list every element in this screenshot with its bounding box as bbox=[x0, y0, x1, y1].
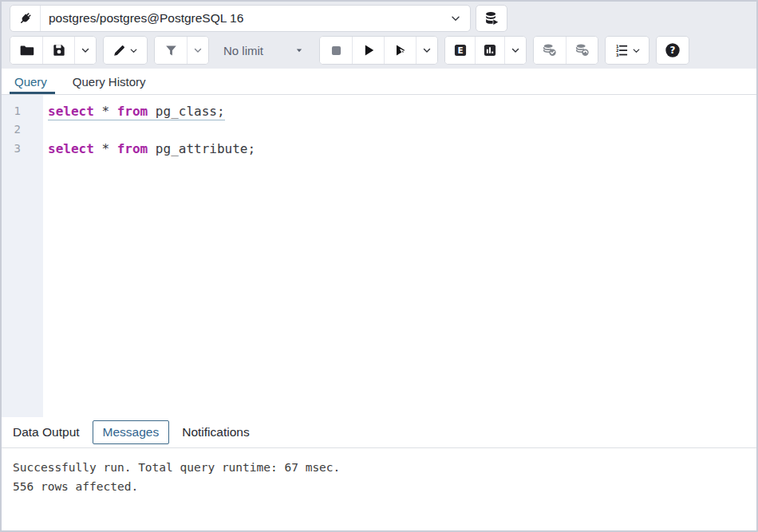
play-cursor-icon bbox=[393, 42, 409, 58]
tab-query-label: Query bbox=[14, 75, 47, 89]
svg-text:?: ? bbox=[670, 45, 676, 56]
connection-combo: postgres/postgres@PostgreSQL 16 bbox=[10, 5, 471, 32]
row-limit-value: No limit bbox=[223, 44, 294, 57]
bar-chart-icon bbox=[482, 42, 498, 58]
explain-e-icon: E bbox=[452, 42, 468, 58]
chevron-down-icon bbox=[449, 12, 462, 25]
help-group: ? bbox=[656, 36, 689, 65]
plug-icon bbox=[17, 10, 34, 27]
chevron-down-icon bbox=[510, 45, 521, 56]
commit-button[interactable] bbox=[534, 37, 566, 64]
editor-gutter: 123 bbox=[2, 95, 43, 417]
open-file-button[interactable] bbox=[10, 37, 42, 64]
edit-group bbox=[103, 36, 148, 65]
save-button[interactable] bbox=[42, 37, 74, 64]
explain-options-button[interactable] bbox=[504, 37, 526, 64]
tab-data-output[interactable]: Data Output bbox=[13, 425, 80, 439]
filter-button[interactable] bbox=[155, 37, 187, 64]
stop-square-icon bbox=[329, 43, 344, 58]
folder-icon bbox=[18, 42, 35, 59]
file-group bbox=[10, 36, 97, 65]
line-number: 2 bbox=[2, 120, 21, 139]
play-icon bbox=[361, 42, 377, 58]
database-undo-icon bbox=[574, 41, 591, 59]
macros-button[interactable]: 1 2 3 bbox=[606, 37, 649, 64]
sql-editor[interactable]: 123 select * from pg_class;select * from… bbox=[2, 95, 756, 417]
line-number: 3 bbox=[2, 140, 21, 158]
tab-query-history-label: Query History bbox=[73, 75, 146, 89]
tab-query[interactable]: Query bbox=[13, 69, 49, 94]
funnel-icon bbox=[164, 43, 179, 58]
chevron-down-icon bbox=[80, 45, 91, 56]
toolbar: No limit bbox=[2, 35, 756, 69]
execute-button[interactable] bbox=[352, 37, 384, 64]
row-limit-select[interactable]: No limit bbox=[215, 36, 313, 65]
explain-button[interactable]: E bbox=[445, 37, 475, 64]
messages-panel: Successfully run. Total query runtime: 6… bbox=[2, 448, 756, 530]
svg-text:E: E bbox=[457, 45, 463, 55]
editor-code[interactable]: select * from pg_class;select * from pg_… bbox=[43, 95, 756, 417]
tab-messages-label: Messages bbox=[103, 425, 160, 439]
line-number: 1 bbox=[2, 102, 21, 120]
rollback-button[interactable] bbox=[566, 37, 598, 64]
chevron-down-icon bbox=[421, 45, 432, 56]
tab-notifications[interactable]: Notifications bbox=[182, 425, 249, 439]
query-tool-window: postgres/postgres@PostgreSQL 16 bbox=[0, 0, 758, 532]
connection-selector-value: postgres/postgres@PostgreSQL 16 bbox=[49, 11, 449, 26]
execute-options-button[interactable] bbox=[416, 37, 437, 64]
numbered-list-icon: 1 2 3 bbox=[614, 42, 630, 58]
tab-notifications-label: Notifications bbox=[182, 425, 249, 439]
query-tab-bar: Query Query History bbox=[2, 69, 756, 95]
database-check-icon bbox=[541, 41, 559, 59]
new-connection-button[interactable] bbox=[476, 5, 507, 32]
tab-data-output-label: Data Output bbox=[13, 425, 80, 439]
stop-button[interactable] bbox=[320, 37, 352, 64]
connection-selector[interactable]: postgres/postgres@PostgreSQL 16 bbox=[41, 6, 470, 31]
explain-group: E bbox=[444, 36, 527, 65]
chevron-down-icon bbox=[192, 45, 203, 56]
message-rows-line: 556 rows affected. bbox=[13, 477, 756, 496]
execute-group bbox=[319, 36, 438, 65]
chevron-down-icon bbox=[631, 45, 642, 56]
tab-query-history[interactable]: Query History bbox=[71, 69, 148, 94]
explain-analyze-button[interactable] bbox=[475, 37, 504, 64]
save-options-button[interactable] bbox=[74, 37, 96, 64]
code-line[interactable]: select * from pg_attribute; bbox=[48, 140, 756, 158]
filter-options-button[interactable] bbox=[187, 37, 208, 64]
message-status-line: Successfully run. Total query runtime: 6… bbox=[13, 458, 756, 477]
question-circle-icon: ? bbox=[664, 41, 681, 59]
code-line[interactable] bbox=[48, 120, 756, 139]
chevron-down-icon bbox=[128, 45, 139, 56]
svg-text:3: 3 bbox=[615, 53, 618, 57]
edit-button[interactable] bbox=[104, 37, 147, 64]
new-connection-database-icon bbox=[483, 10, 500, 27]
caret-down-icon bbox=[294, 45, 305, 56]
execute-current-button[interactable] bbox=[384, 37, 416, 64]
tab-messages[interactable]: Messages bbox=[93, 420, 170, 444]
transaction-group bbox=[533, 36, 598, 65]
code-line[interactable]: select * from pg_class; bbox=[48, 102, 756, 120]
connection-bar: postgres/postgres@PostgreSQL 16 bbox=[2, 2, 756, 35]
help-button[interactable]: ? bbox=[657, 37, 689, 64]
floppy-disk-icon bbox=[51, 42, 67, 58]
results-tab-bar: Data Output Messages Notifications bbox=[2, 417, 756, 448]
pencil-icon bbox=[112, 43, 127, 58]
filter-group bbox=[154, 36, 209, 65]
connection-status bbox=[10, 6, 41, 31]
macros-group: 1 2 3 bbox=[605, 36, 649, 65]
